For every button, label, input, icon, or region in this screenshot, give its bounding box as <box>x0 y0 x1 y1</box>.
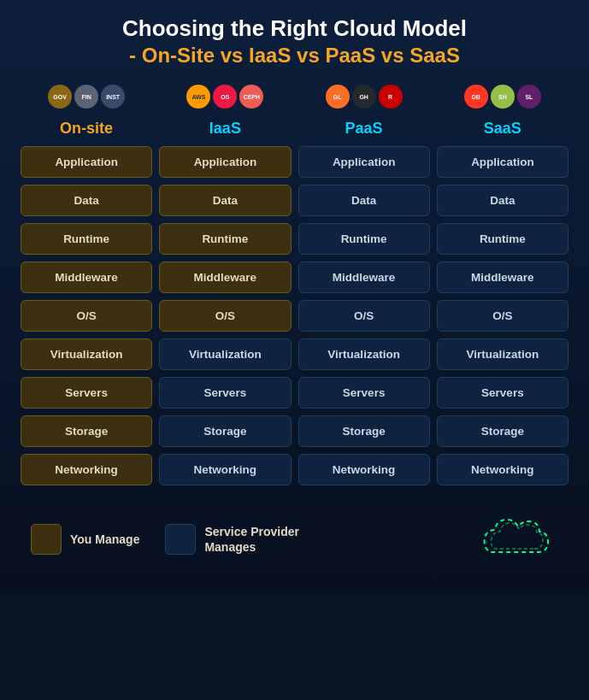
col-label-iaas: IaaS <box>209 120 241 138</box>
cell-row8-col0: Networking <box>21 454 152 485</box>
cell-row0-col2: Application <box>298 146 430 178</box>
cell-row1-col1: Data <box>159 185 291 216</box>
legend-box-you <box>31 524 62 555</box>
logo-red: R <box>379 85 403 109</box>
cell-row8-col3: Networking <box>437 454 568 485</box>
rows-grid: ApplicationApplicationApplicationApplica… <box>17 146 572 485</box>
legend-you-manage: You Manage <box>31 524 139 555</box>
cell-row0-col0: Application <box>21 146 152 178</box>
cell-row0-col3: Application <box>437 146 568 178</box>
cell-row4-col3: O/S <box>437 300 568 332</box>
cell-row1-col0: Data <box>21 185 152 216</box>
legend-box-provider <box>165 524 196 555</box>
cell-row2-col2: Runtime <box>298 223 430 255</box>
cell-row7-col3: Storage <box>437 415 568 447</box>
cell-row7-col0: Storage <box>21 415 152 447</box>
cell-row1-col2: Data <box>298 185 430 216</box>
cell-row5-col3: Virtualization <box>437 338 568 370</box>
legend-cloud <box>464 511 558 567</box>
cell-row2-col3: Runtime <box>437 223 568 255</box>
col-label-saas: SaaS <box>484 120 521 138</box>
logo-gitlab: GL <box>326 85 350 109</box>
logo-onsite1: GOV <box>48 85 72 109</box>
legend: You Manage Service Provider Manages <box>17 501 572 577</box>
col-header-onsite: GOVFININSTOn-site <box>21 80 152 138</box>
title-line1: Choosing the Right Cloud Model <box>17 15 572 42</box>
logo-aws: AWS <box>186 85 210 109</box>
cell-row3-col0: Middleware <box>21 262 152 293</box>
cell-row6-col1: Servers <box>159 377 291 409</box>
cell-row3-col1: Middleware <box>159 262 291 293</box>
title-line2: - On-Site vs IaaS vs PaaS vs SaaS <box>17 42 572 68</box>
cell-row8-col2: Networking <box>298 454 430 485</box>
cell-row5-col1: Virtualization <box>159 338 291 370</box>
logo-github: GH <box>352 85 376 109</box>
logo-shopify: SH <box>491 85 515 109</box>
cell-row3-col2: Middleware <box>298 262 430 293</box>
cell-row7-col1: Storage <box>159 415 291 447</box>
col-header-paas: GLGHRPaaS <box>298 80 430 138</box>
cell-row5-col0: Virtualization <box>21 338 152 370</box>
cell-row6-col0: Servers <box>21 377 152 409</box>
cell-row2-col1: Runtime <box>159 223 291 255</box>
title-section: Choosing the Right Cloud Model - On-Site… <box>17 15 572 68</box>
cell-row4-col0: O/S <box>21 300 152 332</box>
logo-slack: SL <box>517 85 541 109</box>
cell-row0-col1: Application <box>159 146 291 178</box>
columns-header: GOVFININSTOn-siteAWSOSCEPHIaaSGLGHRPaaSD… <box>17 80 572 138</box>
col-header-iaas: AWSOSCEPHIaaS <box>159 80 291 138</box>
col-header-saas: DBSHSLSaaS <box>437 80 568 138</box>
cell-row4-col1: O/S <box>159 300 291 332</box>
legend-you-manage-label: You Manage <box>70 532 139 547</box>
logo-ceph: CEPH <box>239 85 263 109</box>
col-label-paas: PaaS <box>345 120 383 138</box>
cell-row7-col2: Storage <box>298 415 430 447</box>
cell-row1-col3: Data <box>437 185 568 216</box>
logo-databricks: DB <box>464 85 488 109</box>
logo-onsite2: FIN <box>74 85 98 109</box>
logo-onsite3: INST <box>101 85 125 109</box>
main-container: Choosing the Right Cloud Model - On-Site… <box>0 0 589 594</box>
col-label-onsite: On-site <box>60 120 113 138</box>
cell-row3-col3: Middleware <box>437 262 568 293</box>
cell-row5-col2: Virtualization <box>298 338 430 370</box>
logo-openstack: OS <box>213 85 237 109</box>
cell-row6-col2: Servers <box>298 377 430 409</box>
legend-provider-label: Service Provider Manages <box>204 524 299 555</box>
cell-row2-col0: Runtime <box>21 223 152 255</box>
cell-row4-col2: O/S <box>298 300 430 332</box>
cell-row8-col1: Networking <box>159 454 291 485</box>
cell-row6-col3: Servers <box>437 377 568 409</box>
legend-provider: Service Provider Manages <box>165 524 299 555</box>
